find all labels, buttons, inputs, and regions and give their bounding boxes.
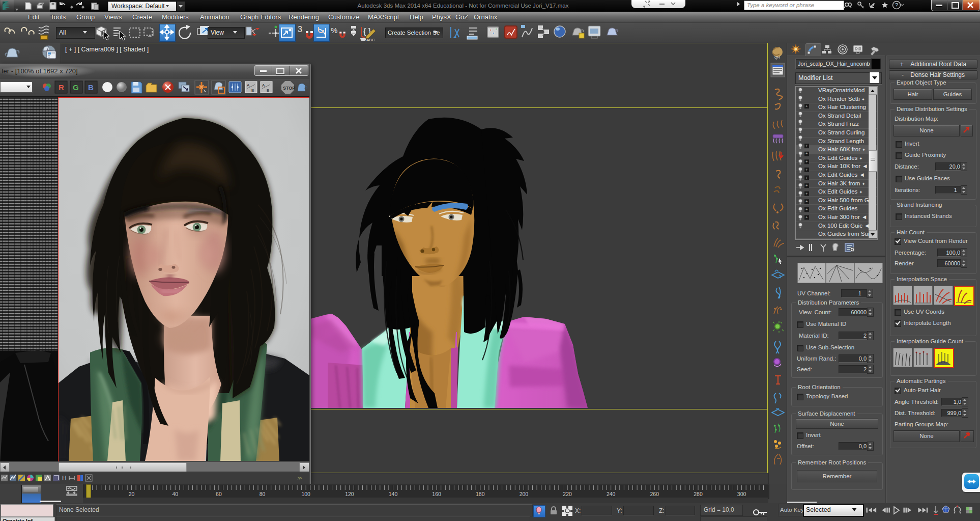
svg-text:60: 60 [216,491,222,497]
svg-text:20: 20 [129,491,135,497]
svg-text:120: 120 [345,491,354,497]
svg-text:R: R [59,83,64,92]
svg-text:260: 260 [650,491,659,497]
svg-text:+: + [805,215,808,220]
svg-text:ABC: ABC [366,38,375,42]
svg-text:?: ? [895,2,898,8]
svg-text:40: 40 [172,491,178,497]
svg-text:240: 240 [607,491,616,497]
svg-text:160: 160 [432,491,441,497]
svg-text:140: 140 [389,491,398,497]
svg-text:180: 180 [476,491,485,497]
svg-text:220: 220 [563,491,572,497]
svg-text:+: + [805,199,808,204]
svg-text:280: 280 [694,491,703,497]
svg-text:+: + [805,207,808,212]
svg-text:+: + [805,183,808,188]
svg-text:80: 80 [260,491,266,497]
svg-text:B: B [251,88,254,93]
svg-text:+: + [805,168,808,172]
svg-text:+: + [805,191,808,196]
svg-text:+: + [805,176,808,180]
svg-text:B: B [267,88,269,93]
svg-text:+: + [805,151,808,156]
svg-text:A: A [262,83,265,88]
svg-text:100: 100 [301,491,310,497]
svg-text:+: + [805,104,808,108]
svg-text:QH: QH [774,56,780,60]
svg-text:G: G [73,83,79,92]
svg-text:300: 300 [737,491,746,497]
svg-text:H: H [62,475,67,482]
svg-text:STOP: STOP [283,86,295,91]
svg-text:A: A [247,83,250,88]
svg-text:200: 200 [520,491,529,497]
svg-text:+: + [805,144,808,148]
svg-text:B: B [88,83,94,92]
svg-text:+: + [805,159,808,164]
